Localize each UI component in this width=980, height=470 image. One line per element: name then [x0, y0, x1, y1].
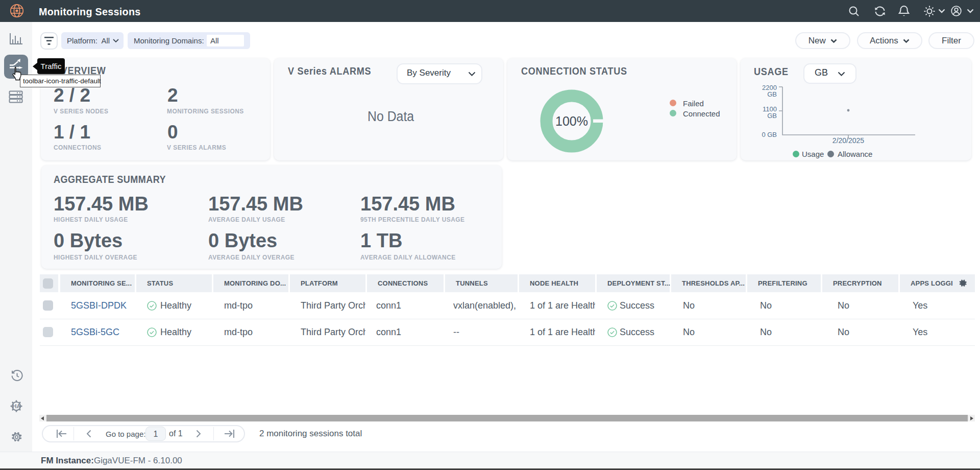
svg-text:100%: 100%	[555, 114, 588, 128]
svg-text:0 GB: 0 GB	[762, 131, 777, 138]
svg-text:2/20/2025: 2/20/2025	[832, 136, 864, 145]
svg-text:HA: HA	[13, 403, 21, 409]
svg-text:GB: GB	[767, 90, 777, 98]
svg-text:GB: GB	[767, 112, 777, 120]
